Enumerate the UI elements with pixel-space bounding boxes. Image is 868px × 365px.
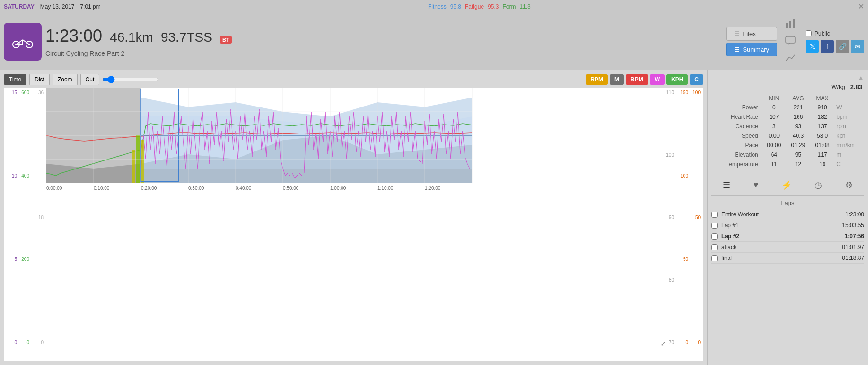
kph-button[interactable]: KPH [666,74,688,85]
lap-name: attack [721,244,842,250]
files-tab[interactable]: ☰ Files [726,27,777,41]
lap-checkbox[interactable] [711,255,718,261]
lap-row: Entire Workout 1:23:00 [711,209,864,220]
scroll-up-arrow[interactable]: ▲ [858,74,864,81]
stat-avg: 40.3 [786,131,810,141]
tab-buttons: ☰ Files ☰ Summary [726,27,777,56]
list-tab[interactable]: ☰ [719,178,734,192]
stat-unit: W [834,103,864,112]
cut-button[interactable]: Cut [80,74,100,85]
lap-time: 1:07:56 [845,233,864,240]
lap-row: attack 01:01.97 [711,242,864,253]
svg-rect-10 [793,19,795,28]
stat-min: 00:00 [762,141,786,150]
rpm-button[interactable]: RPM [586,74,608,85]
chart-controls: Time Dist Zoom Cut RPM M BPM W KPH C [4,74,703,85]
stat-duration: 1:23:00 [45,26,102,46]
stat-label: Elevation [711,150,762,160]
svg-rect-11 [786,36,795,43]
lap-checkbox[interactable] [711,233,718,240]
twitter-button[interactable]: 𝕏 [806,40,819,53]
summary-icon: ☰ [734,46,740,53]
stat-avg: 95 [786,150,810,160]
stat-max: 910 [810,103,834,112]
zoom-slider[interactable] [102,76,159,83]
form-val: 11.3 [519,3,530,10]
svg-text:0:30:00: 0:30:00 [188,186,204,191]
stat-dist: 46.1km [110,30,153,45]
zoom-button[interactable]: Zoom [53,74,78,85]
stat-max: 117 [810,150,834,160]
stat-max: 182 [810,112,834,122]
summary-tab[interactable]: ☰ Summary [726,43,777,56]
stat-unit: C [834,160,864,169]
lap-checkbox[interactable] [711,212,718,218]
stat-max: 01:08 [810,141,834,150]
lightning-tab[interactable]: ⚡ [778,178,796,192]
time-button[interactable]: Time [4,74,26,85]
stat-unit: bpm [834,112,864,122]
m-button[interactable]: M [610,74,624,85]
stats-header-min: MIN [762,94,786,103]
laps-title: Laps [711,199,864,206]
stat-avg: 166 [786,112,810,122]
stats-row: Elevation 64 95 117 m [711,150,864,160]
y-labels-left-cadence: 151050 [4,88,18,347]
header-area: 1:23:00 46.1km 93.7TSS BT Circuit Cyclin… [0,13,868,70]
public-checkbox[interactable] [806,30,812,36]
heart-tab[interactable]: ♥ [750,178,763,192]
w-button[interactable]: W [650,74,665,85]
stat-max: 53.0 [810,131,834,141]
svg-text:0:10:00: 0:10:00 [94,186,110,191]
chart-canvas: 151050 6004002000 36180 [4,88,703,361]
stat-tss: 93.7TSS [161,30,212,45]
svg-rect-9 [789,21,791,28]
clock-tab[interactable]: ◷ [811,178,826,192]
lap-name: Lap #2 [721,233,845,240]
settings-tab[interactable]: ⚙ [842,178,857,192]
y-labels-right3: 100500 [691,88,701,347]
y-labels-left-power: 6004002000 [18,88,30,347]
facebook-button[interactable]: f [821,40,834,53]
y-labels-left-extra: 36180 [30,88,44,347]
fitness-val: 95.8 [450,3,461,10]
trend-icon-btn[interactable] [783,51,798,66]
social-icons: 𝕏 f 🔗 ✉ [806,40,864,53]
bpm-button[interactable]: BPM [626,74,648,85]
metric-buttons: RPM M BPM W KPH C [586,74,703,85]
stat-unit: m [834,150,864,160]
day-label: SATURDAY [4,3,35,10]
laps-container: Entire Workout 1:23:00 Lap #1 15:03.55 L… [711,209,864,264]
wkg-label: W/kg [831,83,845,90]
stats-row: Heart Rate 107 166 182 bpm [711,112,864,122]
lap-time: 01:01.97 [842,244,864,250]
stats-row: Pace 00:00 01:29 01:08 min/km [711,141,864,150]
link-button[interactable]: 🔗 [836,40,849,53]
stat-avg: 01:29 [786,141,810,150]
email-button[interactable]: ✉ [851,40,864,53]
stats-header-avg: AVG [786,94,810,103]
lap-checkbox[interactable] [711,223,718,229]
stat-unit: rpm [834,122,864,131]
stat-unit: min/km [834,141,864,150]
dist-button[interactable]: Dist [29,74,50,85]
stats-row: Power 0 221 910 W [711,103,864,112]
activity-stats: 1:23:00 46.1km 93.7TSS BT Circuit Cyclin… [45,26,719,57]
stat-unit: kph [834,131,864,141]
stat-label: Temperature [711,160,762,169]
chart-svg: 0:00:00 0:10:00 0:20:00 0:30:00 0:40:00 … [46,88,666,347]
icon-tabs: ☰ ♥ ⚡ ◷ ⚙ [711,175,864,196]
chart-icon-btn[interactable] [783,17,798,32]
comment-icon-btn[interactable] [783,34,798,49]
top-bar: SATURDAY May 13, 2017 7:01 pm Fitness 95… [0,0,868,13]
stat-label: Cadence [711,122,762,131]
chart-area: Time Dist Zoom Cut RPM M BPM W KPH C 151… [0,70,707,365]
lap-name: final [721,255,842,261]
c-button[interactable]: C [690,74,703,85]
lap-checkbox[interactable] [711,244,718,250]
stat-label: Pace [711,141,762,150]
stat-label: Speed [711,131,762,141]
wkg-val: 2.83 [850,83,862,90]
expand-icon[interactable]: ⤢ [661,340,666,347]
close-icon[interactable]: ✕ [858,2,864,11]
